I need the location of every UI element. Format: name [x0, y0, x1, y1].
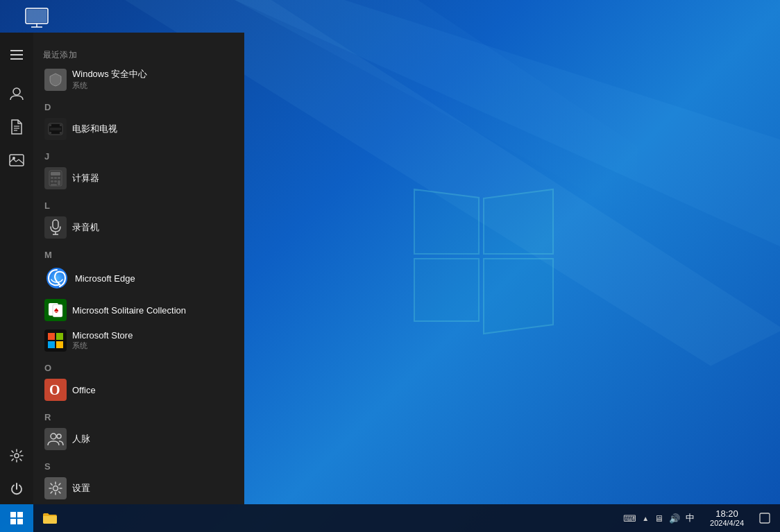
menu-item-movies-tv[interactable]: 电影和电视 [43, 114, 244, 144]
solitaire-icon: ♠ [44, 299, 67, 321]
calculator-name: 计算器 [72, 172, 99, 185]
people-name: 人脉 [72, 433, 90, 445]
settings-menu-icon [44, 477, 67, 499]
menu-item-recorder[interactable]: 录音机 [43, 212, 244, 243]
store-icon [44, 329, 67, 352]
svg-rect-52 [48, 341, 55, 348]
movies-tv-name: 电影和电视 [72, 123, 117, 135]
svg-rect-30 [49, 132, 51, 134]
office-icon: O [44, 379, 67, 401]
svg-point-58 [53, 486, 58, 491]
solitaire-name: Microsoft Solitaire Collection [72, 305, 186, 316]
svg-rect-51 [56, 333, 63, 340]
alpha-m: M [43, 243, 244, 261]
svg-rect-53 [56, 341, 63, 348]
windows-security-icon [44, 69, 67, 91]
taskbar-right-area: ⌨ ▲ 🖥 🔊 中 18:20 2024/4/24 [618, 504, 780, 532]
svg-rect-40 [58, 180, 60, 185]
svg-point-57 [57, 434, 61, 438]
svg-point-56 [51, 434, 56, 439]
hamburger-button[interactable] [0, 40, 33, 70]
menu-item-office[interactable]: O Office [43, 375, 244, 405]
svg-rect-39 [54, 180, 57, 182]
svg-marker-10 [484, 259, 553, 334]
sidebar-power-button[interactable] [0, 474, 33, 504]
settings-name: 设置 [72, 482, 90, 495]
network-icon[interactable]: 🖥 [654, 513, 663, 524]
recently-added-header: 最近添加 [43, 44, 244, 64]
start-button[interactable] [0, 504, 33, 532]
taskbar-clock[interactable]: 18:20 2024/4/24 [704, 504, 749, 532]
windows-security-sub: 系统 [72, 80, 147, 91]
language-indicator[interactable]: 中 [686, 512, 695, 524]
system-tray: ⌨ ▲ 🖥 🔊 中 [618, 512, 700, 524]
svg-rect-32 [50, 128, 61, 130]
svg-rect-29 [60, 124, 62, 126]
file-explorer-icon [42, 512, 58, 524]
edge-name: Microsoft Edge [75, 273, 135, 284]
svg-text:♠: ♠ [54, 305, 59, 315]
svg-rect-62 [17, 519, 23, 524]
svg-rect-38 [51, 180, 53, 182]
svg-point-25 [15, 454, 19, 458]
svg-point-19 [13, 88, 20, 95]
keyboard-icon: ⌨ [623, 513, 636, 524]
svg-rect-41 [51, 184, 57, 186]
edge-icon [44, 266, 69, 291]
taskbar-time: 18:20 [715, 508, 738, 520]
svg-rect-28 [49, 124, 51, 126]
sidebar-picture-button[interactable] [0, 145, 33, 175]
taskbar-date: 2024/4/24 [710, 519, 744, 528]
svg-rect-31 [60, 132, 62, 134]
menu-item-calculator[interactable]: 计算器 [43, 163, 244, 194]
people-icon [44, 428, 67, 450]
movies-tv-icon [44, 118, 67, 140]
taskbar: ⌨ ▲ 🖥 🔊 中 18:20 2024/4/24 [0, 504, 780, 532]
svg-rect-61 [10, 519, 16, 524]
svg-rect-36 [54, 177, 57, 179]
alpha-s: S [43, 454, 244, 473]
menu-item-people[interactable]: 人脉 [43, 424, 244, 454]
recorder-name: 录音机 [72, 221, 99, 234]
desktop: 此电脑 [0, 0, 780, 532]
chevron-up-icon[interactable]: ▲ [642, 515, 649, 522]
svg-rect-15 [27, 10, 46, 22]
menu-item-solitaire[interactable]: ♠ Microsoft Solitaire Collection [43, 295, 244, 325]
alpha-l: L [43, 194, 244, 212]
store-name: Microsoft Store [72, 330, 133, 341]
sidebar-user-button[interactable] [0, 78, 33, 109]
alpha-r: R [43, 405, 244, 424]
alpha-d: D [43, 95, 244, 114]
svg-marker-8 [484, 189, 553, 254]
volume-icon[interactable]: 🔊 [669, 513, 680, 524]
alpha-j: J [43, 144, 244, 163]
start-menu-content: 最近添加 Windows 安全中心 系统 D [33, 33, 244, 504]
office-name: Office [72, 385, 96, 395]
menu-item-store[interactable]: Microsoft Store 系统 [43, 325, 244, 356]
svg-rect-37 [58, 177, 60, 179]
sidebar-settings-button[interactable] [0, 440, 33, 471]
svg-rect-59 [10, 512, 16, 517]
notification-icon [759, 513, 770, 524]
taskbar-file-explorer-button[interactable] [33, 504, 67, 532]
svg-text:O: O [49, 382, 60, 397]
store-sub: 系统 [72, 341, 133, 351]
menu-item-settings[interactable]: 设置 [43, 473, 244, 504]
svg-rect-35 [51, 177, 53, 179]
menu-item-edge[interactable]: Microsoft Edge [43, 261, 244, 295]
svg-marker-9 [414, 259, 479, 321]
menu-item-windows-security[interactable]: Windows 安全中心 系统 [43, 64, 244, 95]
sidebar-document-button[interactable] [0, 112, 33, 142]
windows-logo-icon [10, 512, 23, 524]
svg-rect-63 [760, 513, 770, 523]
calculator-icon [44, 167, 67, 189]
svg-marker-7 [414, 189, 479, 254]
start-menu-sidebar [0, 33, 33, 504]
desktop-win-logo [407, 182, 560, 335]
notification-button[interactable] [754, 504, 776, 532]
svg-rect-42 [53, 220, 58, 229]
windows-security-name: Windows 安全中心 [72, 68, 147, 80]
svg-rect-60 [17, 512, 23, 517]
recorder-icon [44, 216, 67, 239]
alpha-o: O [43, 356, 244, 375]
